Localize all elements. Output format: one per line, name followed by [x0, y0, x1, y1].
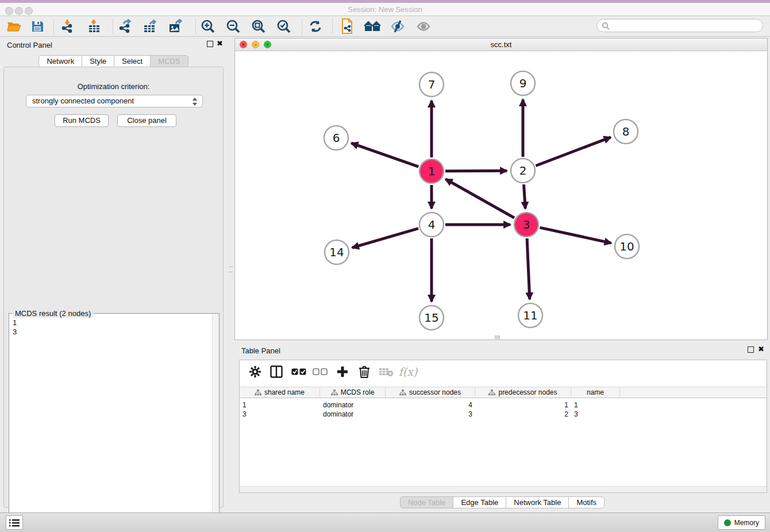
- tab-mcds[interactable]: MCDS: [150, 55, 188, 67]
- network-from-selection-button[interactable]: [337, 18, 357, 35]
- network-canvas[interactable]: 7968124314101511: [235, 51, 767, 340]
- split-panel-icon: [270, 365, 283, 378]
- export-network-button[interactable]: [116, 18, 135, 35]
- tab-network-table[interactable]: Network Table: [506, 496, 569, 508]
- close-panel-icon[interactable]: ✖: [217, 40, 223, 48]
- graph-node[interactable]: 11: [518, 303, 542, 327]
- table-horizontal-scrollbar[interactable]: [240, 486, 767, 492]
- column-header-mcds-role[interactable]: MCDS role: [320, 387, 386, 398]
- network-window-titlebar[interactable]: × − + scc.txt: [235, 38, 767, 51]
- application-window: Session: New Session: [0, 0, 770, 532]
- task-history-button[interactable]: [6, 515, 23, 530]
- cell-shared-name[interactable]: 3: [240, 410, 320, 419]
- deselect-all-button[interactable]: [311, 363, 329, 380]
- float-panel-icon[interactable]: [207, 41, 213, 47]
- search-input[interactable]: [610, 22, 753, 30]
- tab-select[interactable]: Select: [114, 55, 151, 67]
- memory-button[interactable]: Memory: [718, 515, 765, 530]
- cell-name[interactable]: 3: [571, 410, 620, 419]
- save-session-button[interactable]: [28, 18, 47, 35]
- import-network-button[interactable]: [58, 18, 78, 35]
- graph-edge[interactable]: [524, 184, 526, 209]
- zoom-selected-button[interactable]: [274, 18, 294, 35]
- tab-motifs[interactable]: Motifs: [568, 496, 605, 508]
- canvas-scroll-grip[interactable]: [495, 336, 500, 339]
- zoom-out-button[interactable]: [224, 18, 243, 35]
- table-row[interactable]: 1 dominator 4 1 1: [240, 400, 767, 410]
- cell-predecessor-nodes[interactable]: 2: [475, 410, 571, 419]
- export-table-button[interactable]: [141, 18, 160, 35]
- delete-column-button[interactable]: [356, 363, 373, 380]
- toolbar-separator: [332, 19, 333, 34]
- cell-successor-nodes[interactable]: 3: [386, 410, 475, 419]
- graph-edge[interactable]: [540, 228, 611, 243]
- result-scrollbar[interactable]: [212, 314, 219, 529]
- first-neighbors-button[interactable]: [363, 18, 382, 35]
- open-session-button[interactable]: [5, 18, 24, 35]
- function-builder-button[interactable]: f(x): [399, 363, 417, 380]
- graph-edge[interactable]: [445, 171, 507, 171]
- select-all-button[interactable]: [290, 363, 307, 380]
- close-table-panel-icon[interactable]: ✖: [758, 345, 764, 353]
- toolbar-separator: [195, 19, 196, 34]
- delete-table-icon: [379, 367, 394, 377]
- cell-predecessor-nodes[interactable]: 1: [475, 400, 571, 410]
- splitter-grip: [229, 267, 233, 272]
- graph-node[interactable]: 2: [511, 159, 535, 183]
- delete-table-button[interactable]: [378, 363, 395, 380]
- table-settings-button[interactable]: [247, 363, 264, 380]
- float-table-panel-icon[interactable]: [748, 346, 754, 353]
- open-folder-icon: [7, 20, 22, 33]
- import-table-button[interactable]: [84, 18, 104, 35]
- zoom-in-button[interactable]: [198, 18, 218, 35]
- cell-name[interactable]: 1: [571, 400, 620, 410]
- tab-edge-table[interactable]: Edge Table: [453, 496, 506, 508]
- control-panel-title: Control Panel: [7, 41, 52, 49]
- graph-node[interactable]: 7: [419, 72, 444, 97]
- run-mcds-button[interactable]: Run MCDS: [55, 114, 109, 127]
- cell-shared-name[interactable]: 1: [240, 400, 320, 410]
- graph-node[interactable]: 15: [419, 306, 444, 330]
- graph-node[interactable]: 1: [419, 159, 444, 183]
- svg-text:4: 4: [428, 218, 436, 232]
- tab-node-table[interactable]: Node Table: [400, 496, 454, 508]
- mcds-tab-pane: Optimization criterion: strongly connect…: [3, 67, 224, 508]
- graph-edge[interactable]: [536, 137, 610, 166]
- cell-mcds-role[interactable]: dominator: [320, 410, 386, 419]
- zoom-fit-button[interactable]: [249, 18, 268, 35]
- column-header-shared-name[interactable]: shared name: [240, 387, 320, 398]
- import-table-icon: [87, 19, 101, 34]
- close-panel-button[interactable]: Close panel: [117, 114, 176, 127]
- hide-selected-button[interactable]: [388, 18, 407, 35]
- show-all-button[interactable]: [414, 18, 433, 35]
- column-header-successor-nodes[interactable]: successor nodes: [386, 387, 475, 398]
- graph-node[interactable]: 10: [615, 234, 639, 259]
- split-panel-button[interactable]: [268, 363, 285, 380]
- graph-node[interactable]: 9: [511, 71, 535, 95]
- graph-node[interactable]: 4: [419, 213, 444, 237]
- graph-edge[interactable]: [351, 143, 418, 167]
- table-row[interactable]: 3 dominator 3 2 3: [240, 410, 767, 419]
- optimization-criterion-label: Optimization criterion:: [4, 82, 223, 91]
- apply-layout-button[interactable]: [306, 18, 325, 35]
- column-header-name[interactable]: name: [571, 387, 620, 398]
- svg-text:6: 6: [333, 131, 340, 145]
- tab-network[interactable]: Network: [38, 55, 82, 67]
- graph-edge[interactable]: [527, 238, 530, 299]
- graph-node[interactable]: 8: [614, 119, 638, 144]
- optimization-criterion-select[interactable]: strongly connected component: [26, 95, 203, 107]
- panel-splitter[interactable]: [227, 37, 234, 510]
- tab-style[interactable]: Style: [82, 55, 114, 67]
- add-column-button[interactable]: [334, 363, 351, 380]
- column-header-predecessor-nodes[interactable]: predecessor nodes: [475, 387, 571, 398]
- graph-edge[interactable]: [445, 179, 514, 218]
- graph-node[interactable]: 3: [514, 213, 538, 237]
- cell-mcds-role[interactable]: dominator: [320, 400, 386, 410]
- graph-node[interactable]: 14: [325, 240, 349, 264]
- export-image-button[interactable]: [166, 18, 186, 35]
- search-field[interactable]: [596, 19, 763, 32]
- graph-edge[interactable]: [352, 229, 418, 248]
- cell-successor-nodes[interactable]: 4: [386, 400, 475, 410]
- mcds-result-text[interactable]: 1 3: [13, 318, 17, 337]
- graph-node[interactable]: 6: [324, 126, 348, 150]
